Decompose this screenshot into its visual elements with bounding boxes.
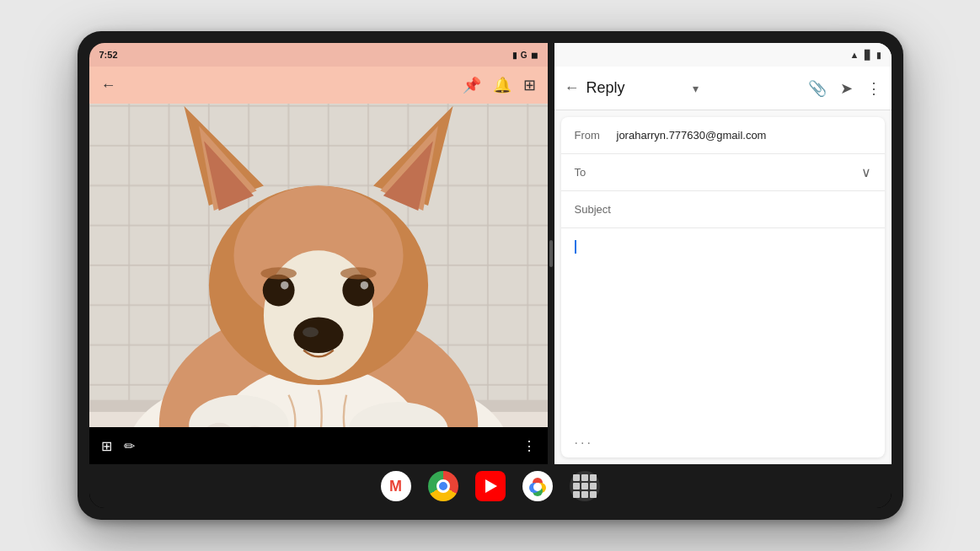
- divider-handle[interactable]: [549, 240, 553, 267]
- compose-area: From joraharryn.777630@gmail.com To ∨ Su…: [561, 117, 885, 457]
- text-cursor: [575, 240, 576, 254]
- taskbar-chrome[interactable]: [428, 471, 458, 501]
- from-label: From: [575, 129, 617, 142]
- subject-field-row[interactable]: Subject: [561, 191, 885, 228]
- reply-toolbar-icons: 📎 ➤ ⋮: [808, 79, 881, 98]
- right-status-icons: ▲ ▊ ▮: [850, 50, 881, 61]
- expand-recipients-icon[interactable]: ∨: [861, 164, 871, 180]
- right-battery-icon: ▮: [876, 51, 881, 60]
- battery-icon: ▮: [512, 51, 517, 60]
- more-options-icon[interactable]: ⋮: [866, 79, 881, 98]
- split-divider: [548, 43, 554, 464]
- svg-point-40: [533, 483, 542, 491]
- svg-point-22: [260, 267, 297, 279]
- attach-icon[interactable]: 📎: [808, 79, 827, 98]
- taskbar-youtube[interactable]: [475, 471, 506, 501]
- wifi-signal-icon: ▲: [850, 50, 860, 60]
- left-panel-photos: 7:52 ▮ G ◼ ← 📌 �: [89, 43, 548, 464]
- right-status-bar: ▲ ▊ ▮: [554, 43, 892, 67]
- left-toolbar-right: 📌 🔔 ⊞: [463, 76, 536, 94]
- to-label: To: [575, 166, 617, 179]
- gmail-m-letter: M: [389, 478, 402, 495]
- left-status-icons: ▮ G ◼: [512, 51, 538, 60]
- subject-label: Subject: [575, 203, 617, 216]
- svg-point-21: [360, 281, 367, 289]
- add-icon[interactable]: ⊞: [101, 438, 112, 454]
- left-status-bar: 7:52 ▮ G ◼: [89, 43, 548, 67]
- svg-point-24: [293, 317, 343, 353]
- chrome-center: [436, 479, 450, 493]
- taskbar-photos[interactable]: [522, 471, 553, 501]
- photos-pinwheel-icon: [526, 474, 549, 498]
- youtube-play-icon: [485, 479, 497, 493]
- photo-container: Laundry: [89, 104, 548, 427]
- status-time: 7:52: [99, 50, 118, 60]
- corgi-photo: Laundry: [89, 104, 548, 427]
- svg-point-20: [281, 281, 288, 289]
- screen-content: 7:52 ▮ G ◼ ← 📌 �: [89, 43, 892, 464]
- taskbar: M: [89, 464, 892, 508]
- right-panel-gmail: ▲ ▊ ▮ ← Reply ▾ 📎 ➤: [554, 43, 892, 464]
- reply-title: Reply: [586, 79, 683, 97]
- reply-back-button[interactable]: ←: [565, 79, 580, 97]
- email-body-area[interactable]: [561, 228, 885, 422]
- svg-point-25: [303, 327, 319, 337]
- apps-grid-icon: [573, 474, 597, 498]
- taskbar-all-apps[interactable]: [570, 471, 600, 501]
- reply-dropdown-button[interactable]: ▾: [693, 82, 699, 95]
- cellular-icon: ▊: [865, 50, 871, 61]
- add-to-album-icon[interactable]: ⊞: [523, 76, 536, 94]
- edit-icon[interactable]: ✏: [124, 438, 135, 454]
- bottom-bar-left-icons: ⊞ ✏: [101, 438, 135, 454]
- split-view: 7:52 ▮ G ◼ ← 📌 �: [89, 43, 892, 464]
- reply-toolbar: ← Reply ▾ 📎 ➤ ⋮: [554, 67, 892, 110]
- g-icon: G: [521, 51, 527, 60]
- to-field-row[interactable]: To ∨: [561, 154, 885, 191]
- bell-icon[interactable]: 🔔: [493, 76, 511, 94]
- left-toolbar: ← 📌 🔔 ⊞: [89, 67, 548, 104]
- from-value: joraharryn.777630@gmail.com: [617, 129, 871, 142]
- signal-icon: ◼: [531, 51, 538, 60]
- quoted-message-toggle[interactable]: ...: [561, 422, 885, 457]
- from-field-row: From joraharryn.777630@gmail.com: [561, 117, 885, 154]
- pin-icon[interactable]: 📌: [463, 76, 481, 94]
- taskbar-gmail[interactable]: M: [381, 471, 411, 501]
- photo-bottom-bar: ⊞ ✏ ⋮: [89, 427, 548, 464]
- tablet-screen: 7:52 ▮ G ◼ ← 📌 �: [89, 43, 892, 508]
- tablet-device: 7:52 ▮ G ◼ ← 📌 �: [78, 31, 903, 520]
- left-toolbar-left: ←: [101, 77, 116, 94]
- svg-point-23: [340, 267, 377, 279]
- back-button[interactable]: ←: [101, 77, 116, 94]
- send-icon[interactable]: ➤: [840, 79, 853, 98]
- more-options-icon[interactable]: ⋮: [522, 438, 536, 454]
